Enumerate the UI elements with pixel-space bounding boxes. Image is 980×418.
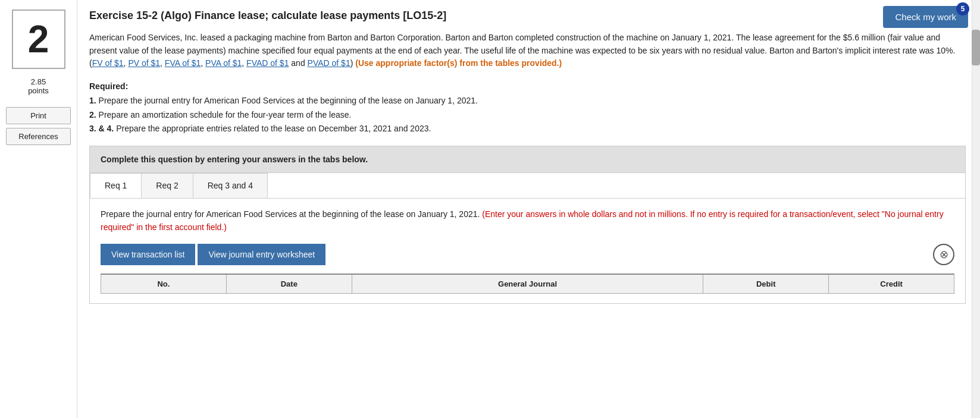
tab-req3and4[interactable]: Req 3 and 4 <box>193 173 268 198</box>
required-item-1: 1. Prepare the journal entry for America… <box>89 94 966 108</box>
complete-banner: Complete this question by entering your … <box>89 146 966 173</box>
link-pva[interactable]: PVA of $1 <box>205 58 242 68</box>
instruction-text: Prepare the journal entry for American F… <box>101 208 954 234</box>
required-item-2: 2. Prepare an amortization schedule for … <box>89 108 966 122</box>
tabs-row: Req 1 Req 2 Req 3 and 4 <box>90 173 965 199</box>
tab-content-req1: Prepare the journal entry for American F… <box>90 199 965 303</box>
tab-req1[interactable]: Req 1 <box>90 173 142 198</box>
table-header-row: No. Date General Journal Debit Credit <box>101 274 954 294</box>
exercise-title: Exercise 15-2 (Algo) Finance lease; calc… <box>89 10 966 22</box>
col-general-journal: General Journal <box>352 275 704 293</box>
col-date: Date <box>227 275 352 293</box>
col-credit: Credit <box>829 275 954 293</box>
question-number-box: 2 <box>12 10 65 69</box>
highlight-text: (Use appropriate factor(s) from the tabl… <box>355 58 562 68</box>
view-journal-entry-worksheet-button[interactable]: View journal entry worksheet <box>198 244 325 265</box>
points-label: 2.85 points <box>28 77 49 95</box>
required-item-3: 3. & 4. Prepare the appropriate entries … <box>89 122 966 136</box>
tab-req2[interactable]: Req 2 <box>141 173 193 198</box>
print-button[interactable]: Print <box>6 107 71 124</box>
link-pv[interactable]: PV of $1 <box>128 58 160 68</box>
question-number: 2 <box>28 17 49 61</box>
scrollbar-track <box>972 0 980 418</box>
required-heading: Required: <box>89 81 128 91</box>
body-paragraph: American Food Services, Inc. leased a pa… <box>89 32 966 70</box>
tabs-container: Req 1 Req 2 Req 3 and 4 Prepare the jour… <box>89 173 966 303</box>
page-wrapper: 2 2.85 points Print References Exercise … <box>0 0 980 418</box>
required-section: Required: 1. Prepare the journal entry f… <box>89 80 966 136</box>
link-fva[interactable]: FVA of $1 <box>165 58 201 68</box>
references-button[interactable]: References <box>6 128 71 145</box>
view-transaction-list-button[interactable]: View transaction list <box>101 244 195 265</box>
main-content: Exercise 15-2 (Algo) Finance lease; calc… <box>77 0 980 418</box>
link-fvad[interactable]: FVAD of $1 <box>246 58 289 68</box>
check-work-badge: 5 <box>956 2 969 15</box>
check-my-work-button[interactable]: Check my work <box>883 6 968 28</box>
close-icon: ⊗ <box>940 248 948 261</box>
link-fv[interactable]: FV of $1 <box>92 58 124 68</box>
sidebar: 2 2.85 points Print References <box>0 0 77 418</box>
link-pvad[interactable]: PVAD of $1 <box>308 58 350 68</box>
scrollbar-thumb[interactable] <box>972 30 980 65</box>
close-button[interactable]: ⊗ <box>933 244 954 265</box>
action-buttons-row: View transaction list View journal entry… <box>101 244 954 265</box>
col-debit: Debit <box>703 275 829 293</box>
col-no: No. <box>101 275 227 293</box>
